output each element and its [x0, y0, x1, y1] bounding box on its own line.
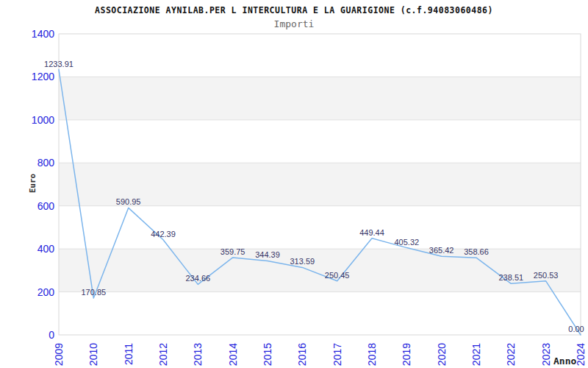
- data-point-label: 344.39: [255, 250, 280, 259]
- data-point-label: 1233.91: [44, 60, 74, 68]
- y-tick-label: 200: [37, 286, 55, 298]
- x-tick-label: 2012: [157, 343, 169, 366]
- y-tick-label: 1000: [32, 114, 54, 126]
- chart-container: ASSOCIAZIONE AYNILAB.PER L INTERCULTURA …: [0, 0, 588, 368]
- x-tick-label: 2023: [540, 343, 552, 366]
- x-tick-label: 2013: [192, 343, 204, 366]
- x-tick-label: 2017: [331, 343, 343, 366]
- x-tick-label: 2019: [401, 343, 412, 366]
- y-tick-label: 1200: [32, 71, 54, 82]
- data-point-label: 590.95: [116, 197, 141, 206]
- x-axis-title: Anno: [553, 355, 576, 367]
- x-tick-label: 2010: [87, 343, 99, 366]
- y-tick-label: 600: [37, 200, 55, 212]
- data-point-label: 449.44: [359, 228, 384, 237]
- x-tick-label: 2018: [366, 343, 378, 366]
- data-point-label: 442.39: [151, 230, 176, 238]
- x-tick-label: 2022: [505, 343, 517, 366]
- data-point-label: 358.66: [464, 247, 489, 256]
- x-tick-label: 2011: [123, 343, 135, 365]
- y-axis-title: Euro: [28, 174, 37, 194]
- y-tick-label: 0: [49, 329, 54, 341]
- y-tick-label: 800: [37, 157, 55, 169]
- data-point-label: 250.45: [325, 271, 350, 280]
- line-chart-plot: 0200400600800100012001400200920102011201…: [0, 0, 588, 368]
- x-tick-label: 2015: [262, 343, 273, 366]
- x-tick-label: 2020: [436, 343, 448, 366]
- data-point-label: 234.66: [186, 274, 211, 283]
- plot-band: [59, 249, 581, 291]
- data-point-label: 0.00: [568, 325, 584, 333]
- data-point-label: 313.59: [290, 257, 315, 266]
- plot-band: [59, 77, 581, 119]
- x-tick-label: 2009: [53, 343, 65, 366]
- x-tick-label: 2016: [296, 343, 308, 366]
- data-point-label: 365.42: [429, 246, 454, 255]
- data-point-label: 238.51: [499, 273, 524, 282]
- x-tick-label: 2021: [470, 343, 482, 366]
- data-point-label: 170.85: [82, 288, 107, 297]
- y-tick-label: 1400: [32, 28, 54, 40]
- y-tick-label: 400: [37, 243, 55, 255]
- data-point-label: 405.32: [395, 238, 420, 247]
- data-point-label: 250.53: [534, 271, 559, 280]
- x-tick-label: 2024: [575, 343, 587, 366]
- x-tick-label: 2014: [227, 343, 239, 366]
- data-point-label: 359.75: [220, 247, 245, 256]
